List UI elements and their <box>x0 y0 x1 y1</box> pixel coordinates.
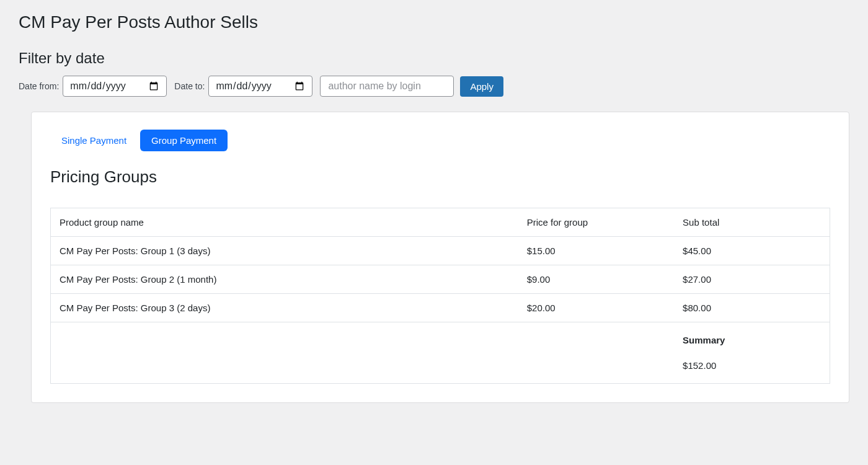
cell-price: $15.00 <box>518 237 674 265</box>
author-input[interactable] <box>320 76 454 97</box>
col-header-sub: Sub total <box>674 208 830 237</box>
pricing-table: Product group name Price for group Sub t… <box>50 208 830 384</box>
cell-sub: $27.00 <box>674 265 830 294</box>
cell-name: CM Pay Per Posts: Group 2 (1 month) <box>51 265 518 294</box>
cell-sub: $45.00 <box>674 237 830 265</box>
table-row: CM Pay Per Posts: Group 1 (3 days) $15.0… <box>51 237 830 265</box>
date-from-label: Date from: <box>19 81 59 91</box>
cell-sub: $80.00 <box>674 294 830 322</box>
cell-name: CM Pay Per Posts: Group 3 (2 days) <box>51 294 518 322</box>
table-row: CM Pay Per Posts: Group 2 (1 month) $9.0… <box>51 265 830 294</box>
cell-empty <box>518 322 674 384</box>
summary-label: Summary <box>683 335 821 345</box>
col-header-name: Product group name <box>51 208 518 237</box>
section-title: Pricing Groups <box>50 167 830 187</box>
cell-name: CM Pay Per Posts: Group 1 (3 days) <box>51 237 518 265</box>
summary-total: $152.00 <box>683 360 821 371</box>
cell-empty <box>51 322 518 384</box>
summary-row: Summary $152.00 <box>51 322 830 384</box>
tab-group-payment[interactable]: Group Payment <box>140 130 228 151</box>
table-row: CM Pay Per Posts: Group 3 (2 days) $20.0… <box>51 294 830 322</box>
date-to-label: Date to: <box>174 81 205 91</box>
filter-title: Filter by date <box>19 50 849 67</box>
cell-summary: Summary $152.00 <box>674 322 830 384</box>
col-header-price: Price for group <box>518 208 674 237</box>
page-title: CM Pay Per Posts Author Sells <box>19 12 849 32</box>
content-card: Single Payment Group Payment Pricing Gro… <box>31 112 849 403</box>
apply-button[interactable]: Apply <box>460 76 503 97</box>
cell-price: $9.00 <box>518 265 674 294</box>
date-to-input[interactable] <box>208 76 312 97</box>
filter-row: Date from: Date to: Apply <box>19 76 849 97</box>
tabs: Single Payment Group Payment <box>50 130 830 151</box>
cell-price: $20.00 <box>518 294 674 322</box>
date-from-input[interactable] <box>63 76 167 97</box>
tab-single-payment[interactable]: Single Payment <box>50 130 138 151</box>
